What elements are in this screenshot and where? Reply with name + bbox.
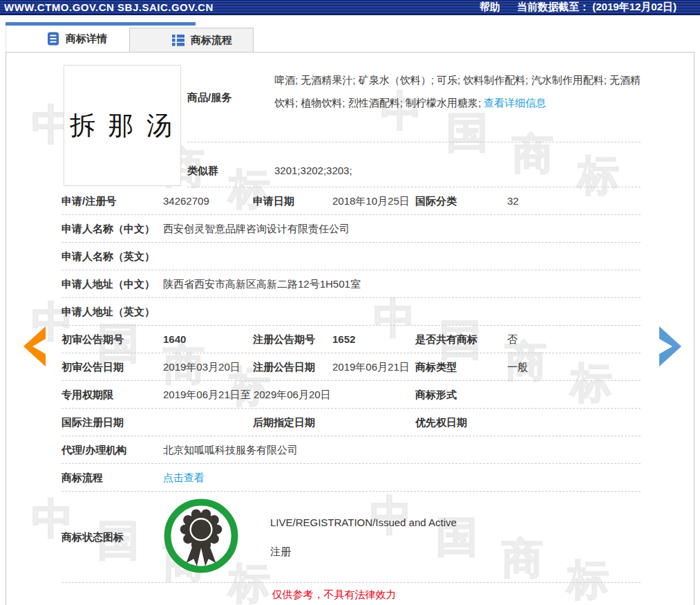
tab-process-label: 商标流程 [191, 34, 232, 47]
reg-gazette-date-label: 注册公告日期 [253, 353, 315, 380]
top-bar: WWW.CTMO.GOV.CN SBJ.SAIC.GOV.CN 帮助 当前数据截… [0, 0, 700, 15]
row-address-cn: 申请人地址（中文） 陕西省西安市高新区高新二路12号1H501室 [6, 270, 694, 298]
address-cn-value: 陕西省西安市高新区高新二路12号1H501室 [163, 270, 361, 297]
row-trademark-process: 商标流程 点击查看 [6, 464, 694, 492]
agency-label: 代理/办理机构 [62, 436, 126, 463]
similar-group-value: 3201;3202;3203; [274, 165, 352, 176]
app-date-label: 申请日期 [253, 187, 294, 214]
goods-services-text: 啤酒; 无酒精果汁; 矿泉水（饮料）; 可乐; 饮料制作配料; 汽水制作用配料;… [274, 74, 641, 109]
details-list-icon [46, 32, 60, 46]
reg-gazette-date-value: 2019年06月21日 [332, 353, 410, 380]
process-list-icon [171, 33, 185, 47]
disclaimer-text: 仅供参考，不具有法律效力 [6, 583, 694, 605]
applicant-cn-label: 申请人名称（中文） [62, 215, 155, 242]
row-applicant-name-cn: 申请人名称（中文） 西安创灵智意品牌咨询设计有限责任公司 [6, 215, 694, 243]
goods-services-label: 商品/服务 [187, 91, 231, 104]
first-gazette-date-value: 2019年03月20日 [163, 353, 240, 380]
row-gazette-dates: 初审公告日期 2019年03月20日 注册公告日期 2019年06月21日 商标… [6, 353, 694, 381]
tab-details-label: 商标详情 [66, 32, 107, 46]
view-details-link[interactable]: 查看详细信息 [484, 97, 546, 109]
row-exclusive-period: 专用权期限 2019年06月21日至 2029年06月20日 商标形式 [6, 381, 694, 409]
app-no-label: 申请/注册号 [62, 187, 116, 214]
intl-class-label: 国际分类 [415, 187, 457, 214]
app-date-value: 2018年10月25日 [332, 187, 410, 214]
trademark-image: 拆 那 汤 [64, 65, 181, 186]
next-arrow-button[interactable] [656, 326, 685, 368]
row-gazette-numbers: 初审公告期号 1640 注册公告期号 1652 是否共有商标 否 [6, 326, 694, 353]
applicant-cn-value: 西安创灵智意品牌咨询设计有限责任公司 [163, 215, 350, 242]
first-gazette-no-label: 初审公告期号 [62, 326, 124, 353]
data-cutoff-date: 当前数据截至： (2019年12月02日) [517, 1, 677, 14]
agency-value: 北京知呱呱科技服务有限公司 [163, 436, 298, 463]
site-urls: WWW.CTMO.GOV.CN SBJ.SAIC.GOV.CN [0, 1, 214, 13]
address-cn-label: 申请人地址（中文） [62, 270, 155, 297]
tab-trademark-process[interactable]: 商标流程 [129, 28, 254, 52]
priority-date-label: 优先权日期 [415, 409, 467, 436]
tab-trademark-details[interactable]: 商标详情 [6, 26, 129, 52]
process-label: 商标流程 [62, 464, 103, 491]
row-application: 申请/注册号 34262709 申请日期 2018年10月25日 国际分类 32 [6, 187, 694, 215]
status-icon-label: 商标状态图标 [62, 492, 124, 583]
shared-mark-value: 否 [507, 326, 518, 353]
status-text-en: LIVE/REGISTRATION/Issued and Active [270, 516, 457, 528]
registered-ribbon-icon [162, 497, 240, 575]
divider [187, 142, 641, 142]
later-designation-label: 后期指定日期 [253, 409, 315, 436]
previous-arrow-button[interactable] [19, 326, 48, 368]
app-no-value: 34262709 [163, 187, 209, 214]
click-to-view-link[interactable]: 点击查看 [163, 464, 205, 491]
trademark-mark-text: 拆 那 汤 [70, 109, 175, 143]
mark-type-value: 一般 [507, 353, 528, 380]
trademark-detail-panel: 中国商标中国商标中国商标中国商标中国商标中国商标 拆 那 汤 商品/服务 啤酒;… [6, 52, 694, 605]
help-link[interactable]: 帮助 [480, 1, 500, 14]
row-international-dates: 国际注册日期 后期指定日期 优先权日期 [6, 409, 694, 436]
intl-reg-date-label: 国际注册日期 [62, 409, 124, 436]
exclusive-period-label: 专用权期限 [62, 381, 113, 408]
first-gazette-no-value: 1640 [163, 326, 186, 353]
similar-group-label: 类似群 [187, 165, 218, 178]
exclusive-period-value: 2019年06月21日至 2029年06月20日 [163, 381, 331, 408]
mark-type-label: 商标类型 [415, 353, 457, 380]
mark-form-label: 商标形式 [415, 381, 457, 408]
intl-class-value: 32 [507, 187, 519, 214]
row-address-en: 申请人地址（英文） [6, 298, 694, 326]
row-agency: 代理/办理机构 北京知呱呱科技服务有限公司 [6, 436, 694, 464]
shared-mark-label: 是否共有商标 [415, 326, 477, 353]
goods-services-value: 啤酒; 无酒精果汁; 矿泉水（饮料）; 可乐; 饮料制作配料; 汽水制作用配料;… [274, 68, 645, 114]
trademark-header-section: 拆 那 汤 商品/服务 啤酒; 无酒精果汁; 矿泉水（饮料）; 可乐; 饮料制作… [6, 65, 694, 187]
applicant-en-label: 申请人名称（英文） [62, 243, 155, 270]
first-gazette-date-label: 初审公告日期 [62, 353, 124, 380]
row-applicant-name-en: 申请人名称（英文） [6, 243, 694, 270]
status-text-cn: 注册 [270, 546, 291, 559]
reg-gazette-no-label: 注册公告期号 [253, 326, 315, 353]
reg-gazette-no-value: 1652 [332, 326, 355, 353]
address-en-label: 申请人地址（英文） [62, 298, 155, 325]
row-trademark-status: 商标状态图标 LIVE/REGISTRATION/I [6, 492, 694, 583]
